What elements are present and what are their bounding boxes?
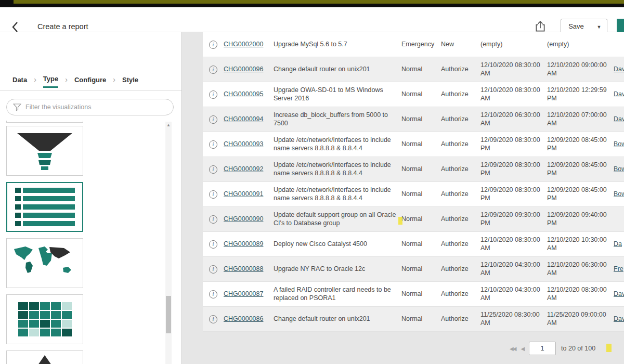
record-number-link[interactable]: CHG0000094	[224, 115, 263, 123]
prev-page-icon[interactable]: ◀	[521, 346, 524, 352]
record-number-link[interactable]: CHG0000086	[224, 315, 263, 322]
table-row: i CHG0000086 Change default router on un…	[203, 307, 624, 332]
state-value: Authorize	[441, 190, 480, 199]
pagination: ◀◀ ◀ to 20 of 100	[510, 341, 624, 356]
priority-value: Emergency	[401, 41, 441, 49]
state-value: Authorize	[441, 215, 480, 224]
priority-value: Normal	[401, 290, 441, 298]
viz-option-funnel[interactable]	[6, 126, 83, 176]
record-number-link[interactable]: CHG0000088	[224, 265, 263, 272]
state-value: Authorize	[441, 90, 480, 99]
divider	[0, 90, 181, 91]
priority-value: Normal	[401, 115, 441, 124]
planned-start-date: (empty)	[480, 41, 547, 49]
top-accent-stripe	[0, 0, 624, 4]
page-title: Create a report	[37, 22, 88, 31]
assigned-to-link[interactable]: Bow	[614, 165, 624, 173]
info-icon[interactable]: i	[209, 115, 217, 124]
state-value: Authorize	[441, 265, 480, 274]
table-row: i CHG0000092 Update /etc/network/interfa…	[203, 157, 624, 182]
planned-end-date: 12/09/2020 08:45:00 PM	[547, 186, 614, 202]
planned-start-date: 12/10/2020 06:30:00 AM	[480, 111, 547, 127]
info-icon[interactable]: i	[209, 190, 217, 199]
info-icon[interactable]: i	[209, 41, 217, 49]
chevron-right-icon: ›	[113, 75, 115, 87]
visualization-list	[0, 121, 164, 364]
assigned-to-link[interactable]: Da	[614, 240, 622, 248]
step-style[interactable]: Style	[122, 76, 138, 87]
table-row: i CHG0000096 Change default router on un…	[203, 57, 624, 82]
assigned-to-link[interactable]: Fre	[614, 265, 623, 272]
info-icon[interactable]: i	[209, 165, 217, 174]
priority-value: Normal	[401, 66, 441, 74]
short-description: Change default router on unix201	[274, 66, 401, 74]
planned-end-date: 12/10/2020 06:30:00 AM	[547, 261, 614, 277]
panel-scrollbar[interactable]: ▲ ▼	[165, 122, 172, 364]
chevron-right-icon: ›	[34, 75, 36, 87]
short-description: Increase db_block_buffers from 5000 to 7…	[274, 111, 401, 127]
wizard-steps: Data › Type › Configure › Style	[12, 75, 138, 88]
pagination-range: to 20 of 100	[561, 345, 595, 352]
state-value: Authorize	[441, 315, 480, 323]
record-number-link[interactable]: CHG0000089	[224, 240, 263, 248]
priority-value: Normal	[401, 215, 441, 224]
filter-input[interactable]	[25, 103, 167, 111]
record-number-link[interactable]: CHG0000091	[224, 190, 263, 198]
info-icon[interactable]: i	[209, 240, 217, 249]
info-icon[interactable]: i	[209, 90, 217, 99]
info-icon[interactable]: i	[209, 265, 217, 274]
planned-end-date: 12/10/2020 08:30:00 AM	[547, 286, 614, 302]
planned-start-date: 12/10/2020 04:30:00 AM	[480, 286, 547, 302]
scroll-down-icon[interactable]: ▼	[165, 362, 172, 364]
planned-end-date: 12/09/2020 08:45:00 PM	[547, 161, 614, 177]
viz-option-heatmap[interactable]	[6, 294, 83, 344]
planned-end-date: 12/10/2020 10:30:00 AM	[547, 236, 614, 252]
record-number-link[interactable]: CHG0000087	[224, 290, 263, 297]
record-number-link[interactable]: CHG0000090	[224, 215, 263, 223]
table-row: i CHG0000090 Update default support grou…	[203, 207, 624, 232]
list-chart-icon	[15, 188, 75, 226]
step-data[interactable]: Data	[12, 76, 27, 87]
viz-option-pyramid[interactable]	[6, 350, 83, 364]
planned-start-date: 12/09/2020 08:30:00 PM	[480, 136, 547, 152]
top-bar	[0, 4, 624, 7]
assigned-to-link[interactable]: Dav	[614, 315, 624, 322]
table-row: i CHG0000094 Increase db_block_buffers f…	[203, 107, 624, 132]
assigned-to-link[interactable]: Bow	[614, 140, 624, 148]
table-row: i CHG0000087 A failed RAID controller ca…	[203, 282, 624, 307]
info-icon[interactable]: i	[209, 290, 217, 298]
viz-option-list[interactable]	[6, 182, 83, 232]
info-icon[interactable]: i	[209, 215, 217, 224]
viz-option-partial	[6, 121, 83, 123]
page-number-input[interactable]	[529, 342, 556, 355]
scrollbar-thumb[interactable]	[166, 296, 171, 333]
info-icon[interactable]: i	[209, 315, 217, 323]
assigned-to-link[interactable]: Bow	[614, 190, 624, 198]
assigned-to-link[interactable]: Dav	[614, 115, 624, 123]
record-number-link[interactable]: CHG0000095	[224, 90, 263, 98]
assigned-to-link[interactable]: Dav	[614, 66, 624, 73]
step-configure[interactable]: Configure	[74, 76, 106, 87]
step-type[interactable]: Type	[43, 75, 58, 88]
first-page-icon[interactable]: ◀◀	[510, 346, 515, 352]
planned-end-date: 12/10/2020 07:00:00 AM	[547, 111, 614, 127]
record-number-link[interactable]: CHG0000092	[224, 165, 263, 173]
pyramid-chart-icon	[11, 352, 79, 364]
short-description: A failed RAID controller card needs to b…	[274, 286, 401, 302]
assigned-to-link[interactable]: Dav	[614, 90, 624, 98]
state-value: Authorize	[441, 240, 480, 249]
planned-start-date: 12/09/2020 08:30:00 PM	[480, 161, 547, 177]
record-number-link[interactable]: CHG0000093	[224, 140, 263, 148]
change-records-table: i CHG0002000 Upgrade MySql 5.6 to 5.7 Em…	[203, 32, 624, 332]
info-icon[interactable]: i	[209, 140, 217, 149]
priority-value: Normal	[401, 190, 441, 199]
viz-option-world-map[interactable]	[6, 238, 83, 288]
record-number-link[interactable]: CHG0000096	[224, 66, 263, 73]
table-row: i CHG0000089 Deploy new Cisco Catalyst 4…	[203, 232, 624, 257]
table-row: i CHG0000093 Update /etc/network/interfa…	[203, 132, 624, 157]
planned-start-date: 12/10/2020 08:30:00 AM	[480, 236, 547, 252]
record-number-link[interactable]: CHG0002000	[224, 41, 263, 48]
assigned-to-link[interactable]: Dav	[614, 290, 624, 297]
scroll-up-icon[interactable]: ▲	[165, 122, 172, 129]
info-icon[interactable]: i	[209, 66, 217, 74]
